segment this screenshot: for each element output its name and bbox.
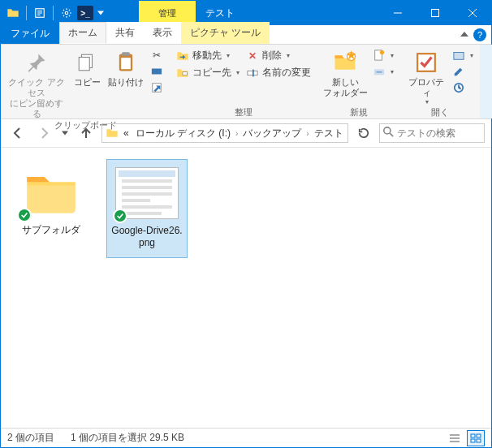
svg-rect-27 (477, 434, 481, 437)
svg-rect-26 (471, 434, 475, 437)
copy-path-button[interactable] (149, 64, 165, 79)
copy-to-button[interactable]: コピー先▾ (175, 65, 241, 80)
edit-button[interactable] (451, 64, 475, 79)
copy-button[interactable]: コピー (71, 48, 103, 88)
image-thumb (114, 165, 179, 222)
pin-to-quick-access-button[interactable]: クイック アクセス にピン留めする (6, 48, 67, 119)
folder-item[interactable]: サブフォルダ (11, 159, 92, 244)
properties-button[interactable]: プロパティ ▾ (405, 48, 447, 106)
svg-point-25 (384, 127, 391, 134)
ribbon-toggle-icon[interactable] (460, 30, 468, 41)
tab-home[interactable]: ホーム (59, 22, 106, 44)
status-bar: 2 個の項目 1 個の項目を選択 29.5 KB (1, 428, 491, 447)
files-pane[interactable]: サブフォルダ Google-Drive26.png (1, 148, 491, 428)
group-organize: 移動先▾ コピー先▾ ✕ 削除▾ 名前の変更 (170, 45, 317, 118)
history-icon (452, 81, 465, 94)
svg-rect-19 (454, 53, 464, 60)
forward-button[interactable] (33, 123, 54, 144)
svg-rect-29 (477, 439, 481, 442)
address-bar[interactable]: « ローカル ディスク (I:) › バックアップ › テスト ⌄ (101, 123, 348, 143)
copy-icon (74, 50, 100, 75)
new-item-button[interactable]: ▾ (371, 48, 395, 62)
details-view-button[interactable] (446, 430, 464, 446)
edit-icon (452, 65, 465, 78)
up-button[interactable] (76, 123, 97, 144)
new-item-icon (373, 49, 386, 62)
sync-ok-badge-icon (17, 208, 32, 222)
folder-icon[interactable] (4, 4, 22, 22)
folder-thumb (19, 164, 84, 221)
svg-point-16 (380, 50, 384, 54)
search-box[interactable] (379, 123, 485, 143)
explorer-window: >_ 管理 テスト ファイル ホーム 共有 表示 ピクチャ ツール ? (0, 0, 492, 448)
crumb-backup[interactable]: バックアップ (241, 127, 303, 140)
refresh-button[interactable] (353, 123, 374, 144)
close-button[interactable] (454, 1, 491, 25)
svg-rect-7 (121, 58, 131, 69)
content-area: サブフォルダ Google-Drive26.png (1, 147, 491, 428)
open-button[interactable]: ▾ (451, 48, 475, 62)
rename-icon (246, 67, 259, 80)
group-clipboard: クイック アクセス にピン留めする コピー 貼り付け ✂ クリップボード (1, 45, 170, 118)
cut-button[interactable]: ✂ (149, 48, 165, 62)
properties-icon[interactable] (31, 4, 49, 22)
pin-icon (24, 50, 50, 75)
group-label-new: 新規 (350, 106, 368, 118)
history-button[interactable] (451, 80, 475, 95)
settings-icon[interactable] (58, 4, 76, 22)
group-new: ★ 新しい フォルダー ▾ ▾ 新規 (317, 45, 400, 118)
select-button[interactable]: 選択 ▾ (485, 48, 492, 95)
folder-icon (106, 127, 119, 140)
new-folder-icon: ★ (332, 50, 358, 75)
help-button[interactable]: ? (473, 28, 486, 41)
svg-rect-10 (183, 71, 187, 75)
svg-rect-12 (252, 69, 254, 76)
delete-icon: ✕ (246, 50, 259, 62)
paste-button[interactable]: 貼り付け (106, 48, 145, 88)
easy-access-icon (373, 65, 386, 78)
address-bar-row: « ローカル ディスク (I:) › バックアップ › テスト ⌄ (1, 119, 491, 147)
item-label: Google-Drive26.png (110, 225, 183, 249)
svg-rect-28 (471, 439, 475, 442)
path-icon (150, 65, 163, 78)
tab-view[interactable]: 表示 (144, 22, 181, 44)
minimize-button[interactable] (379, 1, 416, 25)
pin-label: クイック アクセス にピン留めする (6, 77, 67, 119)
back-button[interactable] (7, 123, 28, 144)
qat-dropdown-icon[interactable] (95, 4, 106, 22)
delete-button[interactable]: ✕ 削除▾ (244, 48, 313, 63)
group-label-open: 開く (431, 106, 449, 118)
rename-button[interactable]: 名前の変更 (244, 65, 313, 80)
group-select: 選択 ▾ (480, 45, 492, 118)
window-controls (379, 1, 491, 25)
sync-ok-badge-icon (113, 209, 127, 223)
file-tab[interactable]: ファイル (1, 24, 59, 44)
maximize-button[interactable] (416, 1, 454, 25)
easy-access-button[interactable]: ▾ (371, 64, 395, 79)
chevron-right-icon[interactable]: › (235, 129, 238, 138)
move-to-button[interactable]: 移動先▾ (175, 48, 241, 63)
tab-share[interactable]: 共有 (106, 22, 144, 44)
ribbon: クイック アクセス にピン留めする コピー 貼り付け ✂ クリップボード (1, 45, 491, 119)
checkbox-icon (413, 50, 439, 75)
paste-shortcut-button[interactable] (149, 80, 165, 95)
chevron-right-icon[interactable]: › (306, 129, 309, 138)
separator (53, 6, 54, 20)
tab-picture-tools[interactable]: ピクチャ ツール (181, 22, 270, 44)
crumb-test[interactable]: テスト (313, 127, 345, 140)
rename-label: 名前の変更 (262, 66, 311, 80)
group-open: プロパティ ▾ ▾ 開く (400, 45, 480, 118)
ribbon-tabs: ファイル ホーム 共有 表示 ピクチャ ツール ? (1, 25, 491, 45)
recent-dropdown[interactable] (59, 123, 71, 144)
open-icon (452, 49, 465, 62)
search-input[interactable] (397, 127, 481, 139)
thumbnails-view-button[interactable] (467, 430, 485, 446)
powershell-icon[interactable]: >_ (77, 6, 93, 20)
new-folder-button[interactable]: ★ 新しい フォルダー (322, 48, 368, 98)
item-label: サブフォルダ (22, 224, 80, 236)
svg-rect-8 (152, 69, 162, 75)
file-item[interactable]: Google-Drive26.png (106, 159, 188, 258)
svg-rect-2 (432, 10, 439, 17)
crumb-drive[interactable]: ローカル ディスク (I:) (134, 127, 232, 140)
status-item-count: 2 個の項目 (7, 431, 54, 445)
